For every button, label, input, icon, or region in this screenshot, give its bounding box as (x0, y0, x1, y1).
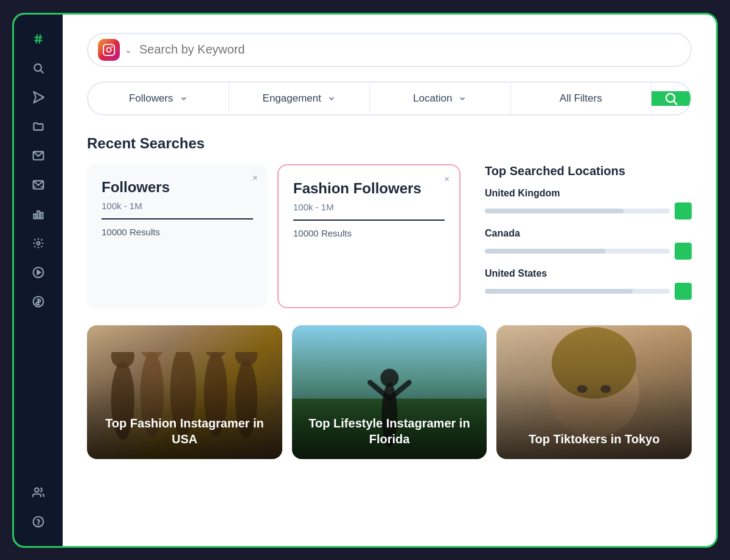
user-profile-icon[interactable] (26, 480, 50, 505)
location-uk-indicator (675, 202, 692, 220)
location-chevron-icon (458, 94, 467, 103)
feature-card-lifestyle[interactable]: Top Lifestyle Instagramer in Florida (292, 325, 487, 459)
svg-point-14 (37, 241, 40, 244)
svg-line-5 (41, 70, 44, 73)
sidebar (14, 15, 63, 546)
search-bar: ⌄ (87, 33, 692, 67)
location-canada-bar (485, 243, 692, 260)
card-2-range: 100k - 1M (293, 202, 445, 221)
location-us-name: United States (485, 268, 692, 279)
feature-card-fashion-label: Top Fashion Instagramer in USA (99, 415, 270, 447)
location-uk-fill (485, 209, 624, 213)
help-icon[interactable] (26, 510, 50, 534)
recent-searches-title: Recent Searches (87, 135, 692, 152)
svg-point-19 (33, 516, 44, 527)
instagram-icon (98, 39, 120, 61)
svg-point-24 (666, 94, 675, 102)
keyword-search-input[interactable] (139, 43, 681, 57)
location-uk-bar (485, 202, 692, 220)
feature-card-tokyo[interactable]: Top Tiktokers in Tokyo (496, 325, 692, 459)
platform-selector[interactable]: ⌄ (98, 39, 132, 61)
location-us-indicator (675, 283, 692, 300)
followers-chevron-icon (179, 94, 188, 103)
engagement-filter[interactable]: Engagement (229, 83, 370, 114)
folder-icon[interactable] (26, 114, 50, 139)
top-locations-title: Top Searched Locations (485, 164, 692, 178)
card-2-title: Fashion Followers (293, 180, 445, 198)
followers-filter[interactable]: Followers (88, 83, 229, 114)
send-icon[interactable] (26, 85, 50, 109)
mail-icon[interactable] (26, 143, 50, 168)
svg-rect-11 (34, 214, 36, 219)
top-locations-panel: Top Searched Locations United Kingdom Ca… (485, 164, 692, 308)
card-2-results: 10000 Results (293, 228, 445, 238)
engagement-filter-label: Engagement (263, 92, 321, 105)
svg-rect-13 (41, 212, 43, 218)
filter-bar: Followers Engagement Location All Filter… (87, 81, 692, 116)
svg-point-23 (112, 46, 113, 47)
feature-card-tokyo-label: Top Tiktokers in Tokyo (509, 431, 680, 447)
svg-rect-21 (103, 44, 114, 55)
app-frame: ⌄ Followers Engagement Location All Filt… (12, 13, 718, 548)
all-filters-label: All Filters (560, 92, 602, 105)
location-us-fill (485, 289, 633, 294)
dollar-icon[interactable] (26, 289, 50, 314)
location-item-us[interactable]: United States (485, 268, 692, 300)
feature-cards: Top Fashion Instagramer in USA (87, 325, 692, 459)
location-uk-name: United Kingdom (485, 188, 692, 199)
followers-filter-label: Followers (129, 92, 173, 105)
search-button[interactable] (652, 91, 690, 106)
location-filter-label: Location (413, 92, 452, 105)
svg-point-18 (35, 488, 39, 492)
all-filters[interactable]: All Filters (511, 83, 652, 114)
card-1-title: Followers (102, 179, 253, 196)
svg-line-25 (674, 101, 678, 105)
search-btn-icon (664, 91, 678, 106)
svg-rect-12 (37, 211, 39, 219)
location-item-canada[interactable]: Canada (485, 228, 692, 260)
location-filter[interactable]: Location (370, 83, 511, 114)
card-1-range: 100k - 1M (102, 201, 253, 220)
engagement-chevron-icon (327, 94, 336, 103)
svg-marker-6 (34, 91, 44, 102)
gear-icon[interactable] (26, 231, 50, 255)
inbox-icon[interactable] (26, 173, 50, 197)
search-icon[interactable] (26, 56, 50, 80)
search-card-fashion[interactable]: × Fashion Followers 100k - 1M 10000 Resu… (277, 164, 461, 308)
location-canada-name: Canada (485, 228, 692, 239)
play-icon[interactable] (26, 260, 50, 285)
svg-point-4 (34, 64, 41, 71)
svg-marker-16 (37, 270, 40, 274)
location-canada-indicator (675, 243, 692, 260)
feature-card-lifestyle-label: Top Lifestyle Instagramer in Florida (304, 415, 475, 447)
recent-cards: × Followers 100k - 1M 10000 Results × Fa… (87, 164, 461, 308)
search-card-followers[interactable]: × Followers 100k - 1M 10000 Results (87, 164, 268, 308)
platform-chevron-icon: ⌄ (125, 45, 132, 55)
card-close-1[interactable]: × (252, 173, 258, 184)
location-canada-fill (485, 249, 605, 254)
recent-and-locations: × Followers 100k - 1M 10000 Results × Fa… (87, 164, 692, 308)
main-content: ⌄ Followers Engagement Location All Filt… (63, 15, 716, 546)
location-item-uk[interactable]: United Kingdom (485, 188, 692, 220)
card-1-results: 10000 Results (102, 227, 253, 237)
svg-point-22 (106, 47, 111, 52)
hashtag-icon[interactable] (26, 27, 50, 51)
location-us-bar (485, 283, 692, 300)
chart-icon[interactable] (26, 202, 50, 226)
svg-line-3 (40, 34, 41, 43)
feature-card-fashion[interactable]: Top Fashion Instagramer in USA (87, 325, 282, 459)
svg-point-20 (38, 524, 39, 524)
card-close-2[interactable]: × (444, 174, 450, 185)
svg-line-2 (36, 34, 38, 43)
